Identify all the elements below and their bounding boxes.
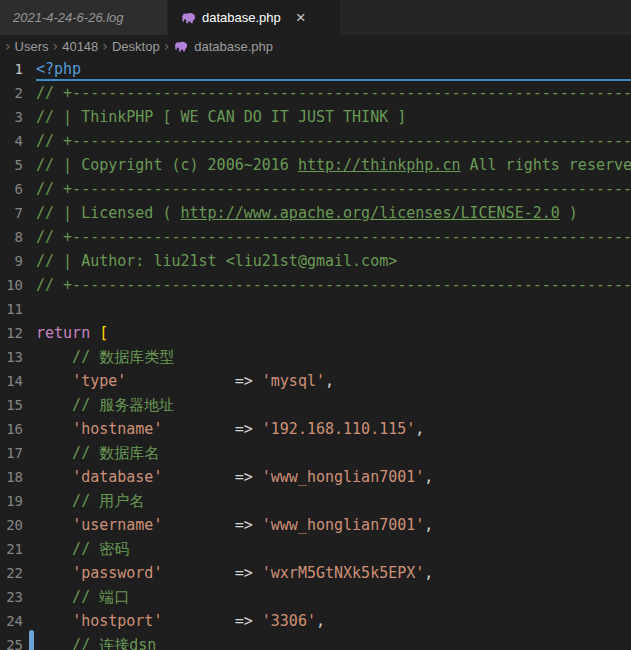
code-line[interactable]: 19 // 用户名	[0, 489, 631, 513]
code-line-content: // 密码	[36, 537, 631, 561]
code-line[interactable]: 7// | Licensed ( http://www.apache.org/l…	[0, 201, 631, 225]
code-token: 'database'	[72, 468, 162, 486]
code-line[interactable]: 2// +-----------------------------------…	[0, 81, 631, 105]
code-line-content: 'hostport' => '3306',	[36, 609, 631, 633]
line-number[interactable]: 11	[0, 297, 36, 321]
code-line[interactable]: 23 // 端口	[0, 585, 631, 609]
code-token: ,	[424, 468, 433, 486]
code-line[interactable]: 17 // 数据库名	[0, 441, 631, 465]
breadcrumb: › Users › 40148 › Desktop › database.php	[0, 35, 631, 57]
code-token: // 端口	[36, 588, 129, 606]
code-token: ,	[325, 372, 334, 390]
tab-log-file[interactable]: 2021-4-24-6-26.log	[0, 0, 168, 35]
code-line[interactable]: 9// | Author: liu21st <liu21st@gmail.com…	[0, 249, 631, 273]
code-token: '192.168.110.115'	[262, 420, 416, 438]
code-token: // +------------------------------------…	[36, 132, 631, 150]
code-token: ,	[424, 564, 433, 582]
code-token: 'mysql'	[262, 372, 325, 390]
code-line[interactable]: 22 'password' => 'wxrM5GtNXk5k5EPX',	[0, 561, 631, 585]
close-icon[interactable]: ×	[293, 9, 309, 26]
line-number[interactable]: 22	[0, 561, 36, 585]
line-number[interactable]: 8	[0, 225, 36, 249]
code-line[interactable]: 8// +-----------------------------------…	[0, 225, 631, 249]
breadcrumb-item-users[interactable]: Users	[13, 39, 51, 54]
comment-url-link[interactable]: http://www.apache.org/licenses/LICENSE-2…	[181, 204, 560, 222]
code-line[interactable]: 11	[0, 297, 631, 321]
code-line[interactable]: 21 // 密码	[0, 537, 631, 561]
line-number[interactable]: 19	[0, 489, 36, 513]
editor[interactable]: 1<?php2// +-----------------------------…	[0, 57, 631, 650]
line-number[interactable]: 17	[0, 441, 36, 465]
line-number[interactable]: 5	[0, 153, 36, 177]
line-number[interactable]: 7	[0, 201, 36, 225]
code-line[interactable]: 20 'username' => 'www_honglian7001',	[0, 513, 631, 537]
line-number[interactable]: 18	[0, 465, 36, 489]
code-line-content: // 端口	[36, 585, 631, 609]
line-number[interactable]: 20	[0, 513, 36, 537]
line-number[interactable]: 4	[0, 129, 36, 153]
code-line[interactable]: 5// | Copyright (c) 2006~2016 http://thi…	[0, 153, 631, 177]
line-number[interactable]: 9	[0, 249, 36, 273]
code-token: =>	[162, 420, 261, 438]
line-number[interactable]: 3	[0, 105, 36, 129]
code-line[interactable]: 12return [	[0, 321, 631, 345]
code-token: <?php	[36, 60, 81, 78]
code-token: ,	[316, 612, 325, 630]
code-line[interactable]: 10// +----------------------------------…	[0, 273, 631, 297]
tab-label: 2021-4-24-6-26.log	[13, 10, 124, 25]
code-token	[90, 324, 99, 342]
code-line[interactable]: 3// | ThinkPHP [ WE CAN DO IT JUST THINK…	[0, 105, 631, 129]
line-number[interactable]: 12	[0, 321, 36, 345]
line-number[interactable]: 16	[0, 417, 36, 441]
chevron-right-icon: ›	[3, 38, 13, 54]
line-number[interactable]: 2	[0, 81, 36, 105]
code-token: [	[99, 324, 108, 342]
code-line-content: 'type' => 'mysql',	[36, 369, 631, 393]
line-number[interactable]: 13	[0, 345, 36, 369]
code-line[interactable]: 13 // 数据库类型	[0, 345, 631, 369]
code-line-content: // +------------------------------------…	[36, 177, 631, 201]
code-line-content: 'hostname' => '192.168.110.115',	[36, 417, 631, 441]
code-token: // 连接dsn	[36, 636, 156, 650]
code-token: // +------------------------------------…	[36, 180, 631, 198]
code-token: // 数据库类型	[36, 348, 174, 366]
code-token	[36, 612, 72, 630]
line-number[interactable]: 6	[0, 177, 36, 201]
code-line[interactable]: 1<?php	[0, 57, 631, 81]
code-line[interactable]: 16 'hostname' => '192.168.110.115',	[0, 417, 631, 441]
code-line[interactable]: 18 'database' => 'www_honglian7001',	[0, 465, 631, 489]
code-line-content: 'database' => 'www_honglian7001',	[36, 465, 631, 489]
line-number[interactable]: 14	[0, 369, 36, 393]
code-line-content: 'password' => 'wxrM5GtNXk5k5EPX',	[36, 561, 631, 585]
code-token: // | Licensed (	[36, 204, 181, 222]
code-line[interactable]: 6// +-----------------------------------…	[0, 177, 631, 201]
line-number[interactable]: 15	[0, 393, 36, 417]
code-line[interactable]: 24 'hostport' => '3306',	[0, 609, 631, 633]
line-number[interactable]: 1	[0, 57, 36, 81]
breadcrumb-item-40148[interactable]: 40148	[60, 39, 100, 54]
code-token: return	[36, 324, 90, 342]
code-line-content: // 连接dsn	[36, 633, 631, 650]
comment-url-link[interactable]: http://thinkphp.cn	[298, 156, 461, 174]
code-line[interactable]: 4// +-----------------------------------…	[0, 129, 631, 153]
code-token: 'hostname'	[72, 420, 162, 438]
code-token	[36, 420, 72, 438]
code-line[interactable]: 14 'type' => 'mysql',	[0, 369, 631, 393]
code-line[interactable]: 15 // 服务器地址	[0, 393, 631, 417]
code-token: 'www_honglian7001'	[262, 468, 425, 486]
line-number[interactable]: 10	[0, 273, 36, 297]
line-number[interactable]: 23	[0, 585, 36, 609]
code-token: // 用户名	[36, 492, 144, 510]
breadcrumb-item-file[interactable]: database.php	[192, 39, 275, 54]
gutter-decoration	[29, 630, 34, 650]
code-token: // 密码	[36, 540, 129, 558]
tab-database-php[interactable]: database.php ×	[168, 0, 340, 35]
code-token: // +------------------------------------…	[36, 84, 631, 102]
code-token: 'password'	[72, 564, 162, 582]
code-line-content: // 数据库名	[36, 441, 631, 465]
breadcrumb-item-desktop[interactable]: Desktop	[110, 39, 162, 54]
code-line-content: // | Author: liu21st <liu21st@gmail.com>	[36, 249, 631, 273]
code-line[interactable]: 25 // 连接dsn	[0, 633, 631, 650]
php-elephant-icon	[181, 10, 196, 25]
line-number[interactable]: 21	[0, 537, 36, 561]
